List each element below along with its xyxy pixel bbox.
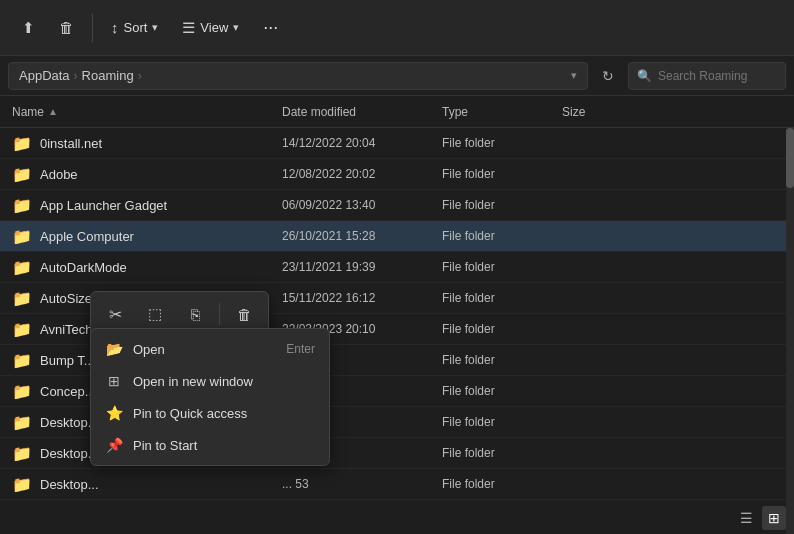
ctx-toolbar-sep	[219, 303, 220, 325]
file-date: 26/10/2021 15:28	[282, 229, 442, 243]
ctx-item-label: Open	[133, 342, 276, 357]
file-date: 06/09/2022 13:40	[282, 198, 442, 212]
col-type-label: Type	[442, 105, 468, 119]
file-type: File folder	[442, 446, 562, 460]
col-name-sort-icon: ▲	[48, 106, 58, 117]
file-name: Adobe	[40, 167, 282, 182]
file-date: ... 53	[282, 477, 442, 491]
context-menu-item[interactable]: 📂 Open Enter	[91, 333, 329, 365]
sort-chevron-icon: ▾	[152, 21, 158, 34]
file-type: File folder	[442, 353, 562, 367]
view-icon: ☰	[182, 19, 195, 37]
folder-icon: 📁	[12, 382, 32, 401]
ctx-item-icon: 📌	[105, 436, 123, 454]
share-button[interactable]: ⬆	[12, 13, 45, 43]
scrollbar-thumb[interactable]	[786, 128, 794, 188]
ctx-item-icon: ⭐	[105, 404, 123, 422]
folder-icon: 📁	[12, 196, 32, 215]
file-date: 14/12/2022 20:04	[282, 136, 442, 150]
search-icon: 🔍	[637, 69, 652, 83]
file-type: File folder	[442, 260, 562, 274]
col-name-header[interactable]: Name ▲	[12, 105, 282, 119]
ctx-item-label: Pin to Start	[133, 438, 315, 453]
folder-icon: 📁	[12, 134, 32, 153]
context-menu: 📂 Open Enter ⊞ Open in new window ⭐ Pin …	[90, 328, 330, 466]
sort-icon: ↕	[111, 19, 119, 36]
col-date-header[interactable]: Date modified	[282, 105, 442, 119]
context-menu-item[interactable]: 📌 Pin to Start	[91, 429, 329, 461]
breadcrumb-dropdown-icon[interactable]: ▾	[571, 69, 577, 82]
ctx-item-icon: 📂	[105, 340, 123, 358]
folder-icon: 📁	[12, 413, 32, 432]
folder-icon: 📁	[12, 258, 32, 277]
search-box[interactable]: 🔍	[628, 62, 786, 90]
view-button[interactable]: ☰ View ▾	[172, 13, 249, 43]
folder-icon: 📁	[12, 320, 32, 339]
file-name: Desktop...	[40, 477, 282, 492]
addressbar: AppData › Roaming › ▾ ↻ 🔍	[0, 56, 794, 96]
col-type-header[interactable]: Type	[442, 105, 562, 119]
table-row[interactable]: 📁 Adobe 12/08/2022 20:02 File folder	[0, 159, 794, 190]
folder-icon: 📁	[12, 444, 32, 463]
cut-icon: ✂	[109, 305, 122, 324]
breadcrumb-sep-1: ›	[74, 69, 78, 83]
ctx-cut-button[interactable]: ✂	[99, 298, 131, 330]
breadcrumb-area[interactable]: AppData › Roaming › ▾	[8, 62, 588, 90]
search-input[interactable]	[658, 69, 778, 83]
file-name: Apple Computer	[40, 229, 282, 244]
sort-button[interactable]: ↕ Sort ▾	[101, 13, 168, 42]
tiles-view-icon: ⊞	[768, 510, 780, 526]
table-row[interactable]: 📁 Desktop... ... 53 File folder	[0, 469, 794, 500]
details-view-icon: ☰	[740, 510, 753, 526]
breadcrumb-roaming[interactable]: Roaming	[82, 68, 134, 83]
file-name: AutoDarkMode	[40, 260, 282, 275]
table-row[interactable]: 📁 Apple Computer 26/10/2021 15:28 File f…	[0, 221, 794, 252]
table-row[interactable]: 📁 AutoDarkMode 23/11/2021 19:39 File fol…	[0, 252, 794, 283]
file-date: 12/08/2022 20:02	[282, 167, 442, 181]
breadcrumb-sep-2: ›	[138, 69, 142, 83]
ctx-item-icon: ⊞	[105, 372, 123, 390]
sort-label: Sort	[124, 20, 148, 35]
statusbar: ☰ ⊞	[726, 502, 794, 534]
col-size-label: Size	[562, 105, 585, 119]
delete-button[interactable]: 🗑	[49, 13, 84, 42]
scrollbar[interactable]	[786, 128, 794, 534]
file-list: 📁 0install.net 14/12/2022 20:04 File fol…	[0, 128, 794, 534]
file-type: File folder	[442, 167, 562, 181]
file-list-header: Name ▲ Date modified Type Size	[0, 96, 794, 128]
paste-icon: ⎘	[191, 306, 200, 323]
folder-icon: 📁	[12, 227, 32, 246]
folder-icon: 📁	[12, 165, 32, 184]
copy-icon: ⬚	[148, 305, 162, 323]
ctx-delete-button[interactable]: 🗑	[228, 298, 260, 330]
context-menu-item[interactable]: ⊞ Open in new window	[91, 365, 329, 397]
file-type: File folder	[442, 229, 562, 243]
table-row[interactable]: 📁 App Launcher Gadget 06/09/2022 13:40 F…	[0, 190, 794, 221]
ctx-paste-button[interactable]: ⎘	[179, 298, 211, 330]
breadcrumb-appdata[interactable]: AppData	[19, 68, 70, 83]
delete-icon: 🗑	[59, 19, 74, 36]
refresh-button[interactable]: ↻	[594, 62, 622, 90]
toolbar-separator	[92, 14, 93, 42]
col-size-header[interactable]: Size	[562, 105, 642, 119]
details-view-button[interactable]: ☰	[734, 506, 758, 530]
context-menu-item[interactable]: ⭐ Pin to Quick access	[91, 397, 329, 429]
refresh-icon: ↻	[602, 68, 614, 84]
folder-icon: 📁	[12, 351, 32, 370]
col-date-label: Date modified	[282, 105, 356, 119]
file-type: File folder	[442, 415, 562, 429]
toolbar: ⬆ 🗑 ↕ Sort ▾ ☰ View ▾ ···	[0, 0, 794, 56]
file-date: 23/11/2021 19:39	[282, 260, 442, 274]
more-button[interactable]: ···	[253, 11, 288, 44]
file-type: File folder	[442, 198, 562, 212]
file-name: 0install.net	[40, 136, 282, 151]
ctx-copy-button[interactable]: ⬚	[139, 298, 171, 330]
file-type: File folder	[442, 322, 562, 336]
table-row[interactable]: 📁 0install.net 14/12/2022 20:04 File fol…	[0, 128, 794, 159]
view-label: View	[200, 20, 228, 35]
tiles-view-button[interactable]: ⊞	[762, 506, 786, 530]
folder-icon: 📁	[12, 475, 32, 494]
file-type: File folder	[442, 477, 562, 491]
ctx-item-label: Pin to Quick access	[133, 406, 315, 421]
trash-icon: 🗑	[237, 306, 252, 323]
